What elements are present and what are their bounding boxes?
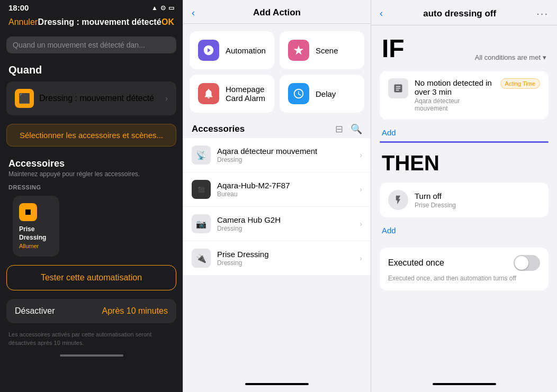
middle-panel: ‹ Add Action Automation Scene: [183, 0, 371, 392]
trigger-chevron: ›: [165, 94, 168, 103]
action-result-text: Turn off Prise Dressing: [415, 192, 540, 209]
accessories-section-label: Accessories: [192, 124, 245, 134]
middle-title: Add Action: [253, 7, 301, 18]
accessories-title: Accessoires: [8, 158, 174, 169]
right-back-button[interactable]: ‹: [380, 8, 383, 19]
time: 18:00: [8, 3, 29, 12]
trigger-icon: ⬛: [15, 89, 34, 108]
middle-home-indicator: [245, 383, 309, 385]
middle-nav: ‹ Add Action: [183, 0, 371, 24]
dressing-category: DRESSING: [0, 180, 183, 193]
aqara-motion-chevron: ›: [360, 151, 362, 159]
prise-room: Dressing: [217, 259, 353, 267]
executed-toggle[interactable]: [514, 255, 540, 271]
condition-sub: Aqara détecteur mouvement: [415, 97, 494, 112]
signal-icon: ▲: [151, 4, 158, 12]
executed-row: Executed once: [388, 255, 540, 271]
executed-desc: Executed once, and then automation turns…: [388, 274, 540, 283]
aqara-motion-icon: 📡: [192, 145, 211, 165]
then-label: THEN: [382, 151, 546, 175]
deactivate-time: Après 10 minutes: [102, 306, 168, 316]
accessory-item-2[interactable]: 📷 Camera Hub G2H Dressing ›: [183, 207, 371, 241]
accessories-header: Accessories ⊟ 🔍: [183, 120, 371, 138]
condition-main: No motion detected in over 3 min: [415, 78, 494, 96]
accessory-cards-row: ⏹ PriseDressing Allumer: [0, 193, 183, 260]
prise-dressing-icon: ⏹: [19, 203, 37, 221]
if-add-link[interactable]: Add: [371, 124, 557, 141]
accessories-header-icons: ⊟ 🔍: [335, 123, 362, 135]
trigger-item[interactable]: ⬛ Dressing : mouvement détecté ›: [6, 81, 176, 115]
prise-chevron: ›: [360, 254, 362, 262]
middle-back-button[interactable]: ‹: [192, 7, 195, 19]
acting-time-badge: Acting Time: [500, 78, 540, 89]
right-content: IF All conditions are met ▾ No motion de…: [371, 25, 557, 376]
when-label: Quand: [0, 58, 183, 78]
chevron-down-icon: ▾: [543, 53, 546, 61]
deactivate-label: Désactiver: [15, 306, 55, 316]
then-add-link[interactable]: Add: [371, 222, 557, 239]
home-indicator: [60, 354, 123, 357]
middle-bottom-bar: [183, 376, 371, 392]
if-label: IF: [382, 36, 405, 61]
camera-name: Camera Hub G2H: [217, 215, 353, 224]
hub-icon: ⬛: [192, 180, 211, 199]
hub-room: Bureau: [217, 190, 353, 198]
trigger-left: ⬛ Dressing : mouvement détecté: [15, 89, 154, 108]
action-result-main: Turn off: [415, 192, 540, 200]
more-button[interactable]: ···: [536, 7, 549, 20]
filter-icon[interactable]: ⊟: [335, 123, 343, 135]
trigger-text: Dressing : mouvement détecté: [39, 94, 154, 103]
aqara-motion-text: Aqara détecteur mouvement Dressing: [217, 147, 353, 163]
prise-dressing-name: PriseDressing: [19, 225, 46, 242]
status-bar: 18:00 ▲ ⊙ ▭: [0, 0, 183, 14]
camera-room: Dressing: [217, 225, 353, 232]
status-icons: ▲ ⊙ ▭: [151, 4, 174, 12]
search-icon[interactable]: 🔍: [351, 123, 362, 135]
trigger-search[interactable]: Quand un mouvement est détecté dan...: [6, 37, 176, 53]
right-title: auto dressing off: [423, 8, 496, 19]
accessory-item-0[interactable]: 📡 Aqara détecteur mouvement Dressing ›: [183, 138, 371, 172]
hub-text: Aqara-Hub-M2-7F87 Bureau: [217, 181, 353, 198]
left-nav-bar: Annuler Dressing : mouvement détecté OK: [0, 14, 183, 32]
delay-action-card[interactable]: Delay: [280, 75, 364, 113]
left-panel: 18:00 ▲ ⊙ ▭ Annuler Dressing : mouvement…: [0, 0, 183, 392]
delay-label: Delay: [316, 89, 336, 98]
wifi-icon: ⊙: [160, 4, 166, 12]
condition-card[interactable]: No motion detected in over 3 min Aqara d…: [380, 71, 549, 120]
accessory-item-3[interactable]: 🔌 Prise Dressing Dressing ›: [183, 241, 371, 276]
accessories-section: Accessoires Maintenez appuyé pour régler…: [0, 152, 183, 180]
scene-label: Scene: [316, 46, 338, 55]
select-accessories-button[interactable]: Sélectionner les accessoires et scènes..…: [6, 124, 176, 147]
aqara-motion-name: Aqara détecteur mouvement: [217, 147, 353, 156]
scene-action-card[interactable]: Scene: [280, 31, 364, 69]
accessories-subtitle: Maintenez appuyé pour régler les accesso…: [8, 170, 174, 178]
right-home-indicator: [433, 383, 496, 385]
delay-icon: [288, 83, 309, 104]
condition-text: No motion detected in over 3 min Aqara d…: [415, 78, 494, 112]
test-automation-button[interactable]: Tester cette automatisation: [6, 265, 176, 290]
camera-text: Camera Hub G2H Dressing: [217, 215, 353, 232]
if-section: IF All conditions are met ▾: [371, 25, 557, 67]
bottom-text: Les accessoires activés par cette automa…: [0, 326, 183, 351]
action-grid: Automation Scene HomepageCard Alarm: [183, 24, 371, 120]
executed-once-section: Executed once Executed once, and then au…: [380, 248, 549, 290]
action-result-sub: Prise Dressing: [415, 202, 540, 209]
accessory-item-1[interactable]: ⬛ Aqara-Hub-M2-7F87 Bureau ›: [183, 172, 371, 207]
hub-name: Aqara-Hub-M2-7F87: [217, 181, 353, 190]
condition-device-icon: [388, 78, 408, 98]
then-section: THEN: [371, 143, 557, 178]
deactivate-bar[interactable]: Désactiver Après 10 minutes: [6, 299, 176, 323]
action-result-icon: [388, 190, 408, 210]
homepage-alarm-card[interactable]: HomepageCard Alarm: [190, 75, 274, 113]
ok-button[interactable]: OK: [161, 17, 174, 27]
action-result-card[interactable]: Turn off Prise Dressing: [380, 183, 549, 217]
homepage-alarm-label: HomepageCard Alarm: [226, 85, 265, 103]
right-nav: ‹ auto dressing off ···: [371, 0, 557, 25]
prise-dressing-card[interactable]: ⏹ PriseDressing Allumer: [13, 196, 59, 257]
automation-action-card[interactable]: Automation: [190, 31, 274, 69]
right-panel: ‹ auto dressing off ··· IF All condition…: [371, 0, 557, 392]
automation-icon: [198, 40, 219, 61]
cancel-button[interactable]: Annuler: [8, 17, 38, 27]
alarm-icon: [198, 83, 219, 104]
camera-icon: 📷: [192, 214, 211, 233]
